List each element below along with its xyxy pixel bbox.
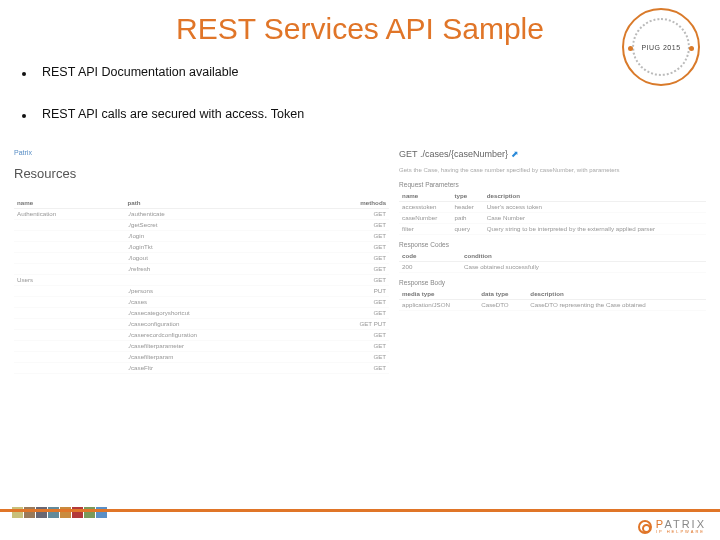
response-body-table: media type data type description applica… xyxy=(399,288,706,311)
logo-mark-icon xyxy=(638,520,652,534)
table-row: accesstokenheaderUser's access token xyxy=(399,201,706,212)
request-params-table: name type description accesstokenheaderU… xyxy=(399,190,706,235)
table-row: UsersGET xyxy=(14,274,389,285)
bullet-item: REST API calls are secured with access. … xyxy=(16,107,708,121)
table-row: application/JSONCaseDTOCaseDTO represent… xyxy=(399,299,706,310)
bullet-dot-icon xyxy=(22,114,26,118)
resources-heading: Resources xyxy=(14,166,389,181)
table-row: caseNumberpathCase Number xyxy=(399,212,706,223)
endpoint-title: GET ./cases/{caseNumber} ⬈ xyxy=(399,149,706,159)
table-row: ./caserecordconfigurationGET xyxy=(14,329,389,340)
brand-logo: PATRIX IP HELPWARE xyxy=(638,519,706,534)
response-codes-heading: Response Codes xyxy=(399,241,706,248)
table-row: filterqueryQuery string to be interprete… xyxy=(399,223,706,234)
col-name: name xyxy=(14,197,125,209)
bullet-text: REST API Documentation available xyxy=(42,65,238,79)
table-row: ./loginTktGET xyxy=(14,241,389,252)
badge-label: PIUG 2015 xyxy=(641,44,680,51)
request-params-heading: Request Parameters xyxy=(399,181,706,188)
footer-divider xyxy=(0,509,720,512)
col-path: path xyxy=(125,197,310,209)
documentation-preview: Patrix Resources name path methods Authe… xyxy=(12,149,708,374)
table-row: ./casefilterparameterGET xyxy=(14,340,389,351)
table-row: ./caseFltrGET xyxy=(14,362,389,373)
endpoint-panel: GET ./cases/{caseNumber} ⬈ Gets the Case… xyxy=(399,149,706,374)
resources-table: name path methods Authentication./authen… xyxy=(14,197,389,374)
table-row: ./caseconfigurationGET PUT xyxy=(14,318,389,329)
slide-title: REST Services API Sample xyxy=(140,12,580,47)
table-row: ./logoutGET xyxy=(14,252,389,263)
table-row: Authentication./authenticateGET xyxy=(14,208,389,219)
resources-panel: Patrix Resources name path methods Authe… xyxy=(14,149,389,374)
logo-subtext: IP HELPWARE xyxy=(656,530,706,534)
table-row: ./personsPUT xyxy=(14,285,389,296)
endpoint-desc: Gets the Case, having the case number sp… xyxy=(399,167,706,173)
table-row: ./refreshGET xyxy=(14,263,389,274)
response-body-heading: Response Body xyxy=(399,279,706,286)
breadcrumb: Patrix xyxy=(14,149,389,156)
table-row: 200Case obtained successfully xyxy=(399,261,706,272)
bullet-text: REST API calls are secured with access. … xyxy=(42,107,304,121)
bullet-dot-icon xyxy=(22,72,26,76)
col-methods: methods xyxy=(309,197,389,209)
table-row: ./getSecretGET xyxy=(14,219,389,230)
table-row: ./casecategoryshortcutGET xyxy=(14,307,389,318)
table-row: ./loginGET xyxy=(14,230,389,241)
response-codes-table: code condition 200Case obtained successf… xyxy=(399,250,706,273)
event-badge: PIUG 2015 xyxy=(622,8,700,86)
table-row: ./casesGET xyxy=(14,296,389,307)
external-link-icon: ⬈ xyxy=(511,149,519,159)
table-row: ./casefilterparamGET xyxy=(14,351,389,362)
bullet-item: REST API Documentation available xyxy=(16,65,708,79)
